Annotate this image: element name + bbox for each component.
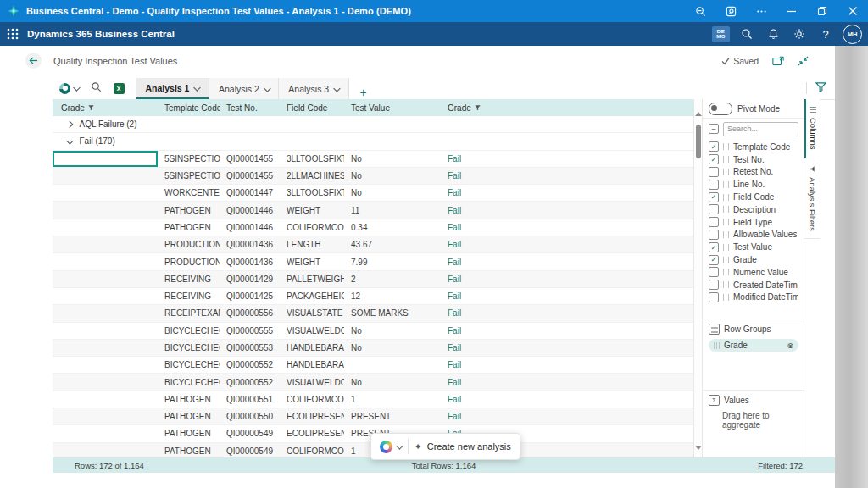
cell-grade[interactable]: Fail	[441, 253, 693, 269]
drag-grip-icon[interactable]	[723, 269, 729, 275]
cell-field-code[interactable]: COLIFORMCOUNT	[280, 391, 344, 408]
column-header-test-value[interactable]: Test Value	[344, 103, 441, 113]
cell-field-code[interactable]: PALLETWEIGHT	[280, 271, 344, 287]
field-item-field-code[interactable]: ✓Field Code	[703, 191, 804, 203]
tab-analysis-3[interactable]: Analysis 3	[279, 78, 348, 99]
table-row[interactable]: 5SINSPECTIONQI000014553LLTOOLSFIXTUR...N…	[53, 151, 693, 168]
checkbox-checked[interactable]: ✓	[709, 141, 719, 152]
table-row[interactable]: BICYCLECHECKLISTQI00000552HANDLEBARALIG.…	[53, 357, 693, 374]
cell-grade-group[interactable]	[53, 340, 158, 356]
table-row[interactable]: RECEIVINGQI00001425PACKAGEHEIGHT12Fail	[53, 288, 693, 305]
cell-field-code[interactable]: VISUALSTATE	[280, 305, 344, 321]
scroll-down-icon[interactable]	[695, 444, 702, 451]
group-row-expanded[interactable]: Fail (170)	[53, 133, 693, 150]
cell-grade[interactable]: Fail	[441, 357, 693, 373]
back-button[interactable]	[25, 53, 42, 69]
checkbox[interactable]	[709, 267, 719, 277]
cell-test-no[interactable]: QI00000555	[220, 323, 280, 339]
cell-template-code[interactable]: BICYCLECHECKLIST	[158, 340, 220, 356]
field-item-numeric-value[interactable]: Numeric Value	[703, 266, 804, 279]
cell-grade[interactable]: Fail	[441, 185, 693, 201]
cell-grade-group[interactable]	[53, 151, 158, 167]
select-all-checkbox[interactable]: –	[709, 124, 719, 134]
cell-test-no[interactable]: QI00000551	[220, 391, 280, 408]
drag-grip-icon[interactable]	[723, 181, 729, 188]
user-avatar[interactable]: MH	[843, 25, 862, 44]
cell-template-code[interactable]: RECEIPTEXAMPLE	[158, 305, 220, 321]
cell-test-no[interactable]: QI00001436	[220, 253, 280, 269]
table-row[interactable]: WORKCENTERQI000014473LLTOOLSFIXTUR...NoF…	[53, 185, 693, 202]
search-table-icon[interactable]	[91, 80, 102, 96]
cell-template-code[interactable]: RECEIVING	[158, 288, 220, 304]
cell-test-value[interactable]: PRESENT	[344, 408, 441, 424]
cell-test-value[interactable]: 0.34	[344, 219, 441, 236]
cell-template-code[interactable]: WORKCENTER	[158, 185, 220, 201]
cell-grade[interactable]: Fail	[441, 374, 693, 390]
cell-grade-group[interactable]	[53, 357, 158, 373]
drag-grip-icon[interactable]	[723, 194, 729, 201]
cell-field-code[interactable]: WEIGHT	[280, 253, 344, 269]
cell-template-code[interactable]: PATHOGEN	[158, 391, 220, 408]
drag-grip-icon[interactable]	[723, 294, 729, 301]
cell-test-value[interactable]: No	[344, 151, 441, 167]
cell-grade[interactable]: Fail	[441, 219, 693, 236]
field-item-allowable-values[interactable]: Allowable Values	[703, 229, 804, 241]
field-item-test-value[interactable]: ✓Test Value	[703, 241, 804, 253]
cell-grade[interactable]: Fail	[441, 340, 693, 356]
table-row[interactable]: PATHOGENQI00000551COLIFORMCOUNT1Fail	[53, 391, 693, 408]
cell-field-code[interactable]: 3LLTOOLSFIXTUR...	[280, 151, 344, 167]
field-item-grade[interactable]: ✓Grade	[703, 253, 804, 266]
help-icon[interactable]: ?	[816, 25, 835, 43]
cell-grade-group[interactable]	[53, 305, 158, 321]
cell-test-no[interactable]: QI00000556	[220, 305, 280, 321]
drag-grip-icon[interactable]	[723, 244, 729, 251]
zoom-out-icon[interactable]	[685, 0, 715, 22]
collapse-header-icon[interactable]	[798, 56, 809, 66]
field-item-template-code[interactable]: ✓Template Code	[703, 141, 804, 153]
table-row[interactable]: RECEIPTEXAMPLEQI00000556VISUALSTATESOME …	[53, 305, 693, 322]
table-row[interactable]: BICYCLECHECKLISTQI00000553HANDLEBARALIG.…	[53, 340, 693, 357]
checkbox-checked[interactable]: ✓	[709, 192, 719, 202]
cell-test-value[interactable]: No	[344, 374, 441, 390]
cell-grade[interactable]: Fail	[441, 305, 693, 321]
cell-grade[interactable]: Fail	[441, 323, 693, 339]
checkbox[interactable]	[709, 167, 719, 177]
add-analysis-tab-button[interactable]: +	[349, 86, 378, 99]
scroll-up-icon[interactable]	[695, 110, 702, 117]
field-item-retest-no-[interactable]: Retest No.	[703, 166, 804, 179]
field-item-modified-datetime[interactable]: Modified DateTime	[703, 291, 804, 304]
cell-test-no[interactable]: QI00000552	[220, 357, 280, 373]
field-item-created-datetime[interactable]: Created DateTime	[703, 279, 804, 291]
cell-test-no[interactable]: QI00001455	[220, 168, 280, 184]
environment-badge[interactable]: DE MO	[712, 26, 730, 42]
remove-icon[interactable]: ⊗	[787, 341, 793, 350]
cell-test-no[interactable]: QI00000549	[220, 443, 280, 458]
cell-template-code[interactable]: BICYCLECHECKLIST	[158, 357, 220, 373]
cell-grade-group[interactable]	[53, 443, 158, 458]
cell-grade[interactable]: Fail	[441, 168, 693, 184]
excel-icon[interactable]: x	[114, 83, 125, 94]
restore-icon[interactable]	[807, 0, 837, 22]
settings-icon[interactable]	[790, 25, 809, 43]
drag-grip-icon[interactable]	[723, 206, 729, 213]
checkbox-checked[interactable]: ✓	[709, 242, 719, 252]
table-row[interactable]: PRODUCTIONQI00001436WEIGHT7.99Fail	[53, 253, 693, 270]
filter-icon[interactable]	[815, 80, 826, 96]
cell-field-code[interactable]: 3LLTOOLSFIXTUR...	[280, 185, 344, 201]
search-icon[interactable]	[737, 25, 756, 43]
table-row[interactable]: BICYCLECHECKLISTQI00000555VISUALWELDCHE.…	[53, 323, 693, 340]
tab-analysis-2[interactable]: Analysis 2	[209, 78, 279, 99]
cell-field-code[interactable]: HANDLEBARALIG...	[280, 340, 344, 356]
cell-test-no[interactable]: QI00000549	[220, 425, 280, 441]
field-item-field-type[interactable]: Field Type	[703, 216, 804, 229]
column-header-field-code[interactable]: Field Code	[280, 103, 344, 113]
checkbox[interactable]	[709, 204, 719, 214]
close-icon[interactable]	[837, 0, 868, 22]
side-tab-analysis-filters[interactable]: Analysis Filters	[804, 158, 820, 240]
minimize-icon[interactable]	[776, 0, 807, 22]
cell-test-no[interactable]: QI00001455	[220, 151, 280, 167]
cell-grade-group[interactable]	[53, 271, 158, 287]
cell-grade-group[interactable]	[53, 323, 158, 339]
cell-field-code[interactable]: VISUALWELDCHE...	[280, 323, 344, 339]
column-header-template-code[interactable]: Template Code	[158, 103, 220, 113]
